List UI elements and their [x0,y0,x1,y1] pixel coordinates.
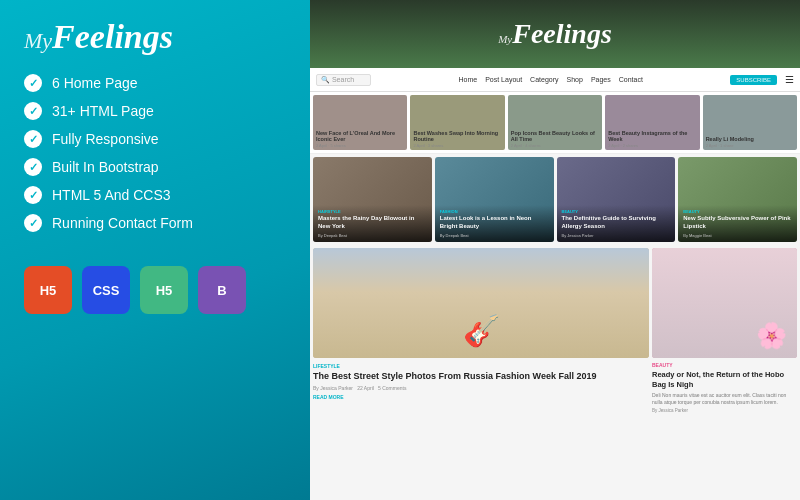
big-card-author: By Jessica Parker [562,233,671,238]
flowers-scene [652,248,797,358]
bottom-right-category: BEAUTY [652,362,797,368]
big-cards-row: HAIRSTYLE Masters the Rainy Day Blowout … [310,154,800,245]
nav-search-box[interactable]: 🔍 Search [316,74,371,86]
top-card[interactable]: Best Beauty Instagrams of the Week 2 Apr… [605,95,699,150]
top-card-title: Pop Icons Best Beauty Looks of All Time [511,130,599,143]
tech-badge-html5: H5 [24,266,72,314]
feature-item: 31+ HTML Page [24,102,286,120]
check-icon [24,102,42,120]
feature-item: Built In Bootstrap [24,158,286,176]
mockup-hero-logo: MyFeelings [498,18,612,50]
bottom-right-text: Deli Non mauris vitae est ac aucitor eum… [652,392,797,406]
bottom-right-author: By Jessica Parker [652,408,688,413]
right-panel: MyFeelings 🔍 Search HomePost LayoutCateg… [310,0,800,500]
tech-badge-bootstrap: B [198,266,246,314]
bottom-right-image [652,248,797,358]
bottom-right-article: BEAUTY Ready or Not, the Return of the H… [652,248,797,417]
top-cards-row: New Face of L'Oreal And More Iconic Ever… [310,92,800,154]
nav-item-home[interactable]: Home [458,76,477,83]
bottom-left-content: LIFESTYLE The Best Street Style Photos F… [313,358,649,405]
read-more-link[interactable]: READ MORE [313,394,649,400]
bottom-left-category: LIFESTYLE [313,363,649,369]
big-card-info: HAIRSTYLE Masters the Rainy Day Blowout … [313,205,432,242]
nav-item-shop[interactable]: Shop [567,76,583,83]
top-card[interactable]: Really Li Modeling 2 April · 1 share [703,95,797,150]
feature-label: Running Contact Form [52,215,193,231]
nav-item-post-layout[interactable]: Post Layout [485,76,522,83]
big-card-category: HAIRSTYLE [318,209,427,214]
nav-item-category[interactable]: Category [530,76,558,83]
bottom-left-comments: 5 Comments [378,385,406,391]
top-card-title: Really Li Modeling [706,136,794,143]
left-logo: MyFeelings [24,18,286,56]
top-card-meta: 2 April · 1 share [706,143,794,148]
bottom-right-title[interactable]: Ready or Not, the Return of the Hobo Bag… [652,370,797,390]
top-card-title: Best Washes Swap Into Morning Routine [413,130,501,143]
hero-logo-feelings: Feelings [512,18,612,49]
top-card-meta: 2 April · 4 shares [511,143,599,148]
browser-mockup: MyFeelings 🔍 Search HomePost LayoutCateg… [310,0,800,500]
feature-item: Running Contact Form [24,214,286,232]
nav-item-pages[interactable]: Pages [591,76,611,83]
tech-badge-css3: CSS [82,266,130,314]
top-card-overlay: Pop Icons Best Beauty Looks of All Time … [508,128,602,150]
big-card[interactable]: BEAUTY The Definitive Guide to Surviving… [557,157,676,242]
logo-feelings: Feelings [52,18,173,55]
bottom-left-meta: By Jessica Parker 22 April 5 Comments [313,385,649,391]
check-icon [24,158,42,176]
feature-item: Fully Responsive [24,130,286,148]
guitar-scene [313,248,649,358]
top-card-overlay: Best Washes Swap Into Morning Routine 2 … [410,128,504,150]
feature-label: 6 Home Page [52,75,138,91]
tech-badge-html5-alt: H5 [140,266,188,314]
top-card-overlay: Really Li Modeling 2 April · 1 share [703,134,797,150]
feature-label: HTML 5 And CCS3 [52,187,171,203]
subscribe-button[interactable]: SUBSCRIBE [730,75,777,85]
big-card[interactable]: BEAUTY New Subtly Subversive Power of Pi… [678,157,797,242]
big-card-title: Latest Look is a Lesson in Neon Bright B… [440,215,549,231]
features-list: 6 Home Page31+ HTML PageFully Responsive… [24,74,286,242]
top-card-meta: 2 April · 2 shares [608,143,696,148]
nav-item-contact[interactable]: Contact [619,76,643,83]
bottom-left-image [313,248,649,358]
bottom-left-article: LIFESTYLE The Best Street Style Photos F… [313,248,649,417]
feature-label: Built In Bootstrap [52,159,159,175]
big-card-title: The Definitive Guide to Surviving Allerg… [562,215,671,231]
feature-item: 6 Home Page [24,74,286,92]
big-card-author: By Deepak Beat [318,233,427,238]
bottom-section: LIFESTYLE The Best Street Style Photos F… [310,245,800,420]
big-card-author: By Maggie Beat [683,233,792,238]
top-card[interactable]: Best Washes Swap Into Morning Routine 2 … [410,95,504,150]
bottom-left-date: 22 April [357,385,374,391]
bottom-right-meta: By Jessica Parker [652,408,797,413]
big-card[interactable]: FASHION Latest Look is a Lesson in Neon … [435,157,554,242]
top-card-overlay: New Face of L'Oreal And More Iconic Ever… [313,128,407,150]
check-icon [24,130,42,148]
top-card-meta: 2 April · 3 shares [413,143,501,148]
left-panel: MyFeelings 6 Home Page31+ HTML PageFully… [0,0,310,500]
bottom-left-title[interactable]: The Best Street Style Photos From Russia… [313,371,649,383]
feature-label: 31+ HTML Page [52,103,154,119]
tech-icons: H5CSSH5B [24,266,286,314]
big-card-info: BEAUTY New Subtly Subversive Power of Pi… [678,205,797,242]
big-card-author: By Deepak Beat [440,233,549,238]
big-card-category: FASHION [440,209,549,214]
top-card[interactable]: Pop Icons Best Beauty Looks of All Time … [508,95,602,150]
top-card-title: New Face of L'Oreal And More Iconic Ever [316,130,404,143]
bottom-left-author: By Jessica Parker [313,385,353,391]
big-card[interactable]: HAIRSTYLE Masters the Rainy Day Blowout … [313,157,432,242]
check-icon [24,186,42,204]
mockup-content: New Face of L'Oreal And More Iconic Ever… [310,92,800,500]
big-card-info: FASHION Latest Look is a Lesson in Neon … [435,205,554,242]
nav-items: HomePost LayoutCategoryShopPagesContact [379,76,722,83]
big-card-title: Masters the Rainy Day Blowout in New Yor… [318,215,427,231]
big-card-category: BEAUTY [683,209,792,214]
top-card-title: Best Beauty Instagrams of the Week [608,130,696,143]
hamburger-icon[interactable]: ☰ [785,74,794,85]
top-card[interactable]: New Face of L'Oreal And More Iconic Ever… [313,95,407,150]
feature-item: HTML 5 And CCS3 [24,186,286,204]
top-card-meta: 2 April · 5 shares [316,143,404,148]
big-card-title: New Subtly Subversive Power of Pink Lips… [683,215,792,231]
big-card-info: BEAUTY The Definitive Guide to Surviving… [557,205,676,242]
check-icon [24,74,42,92]
